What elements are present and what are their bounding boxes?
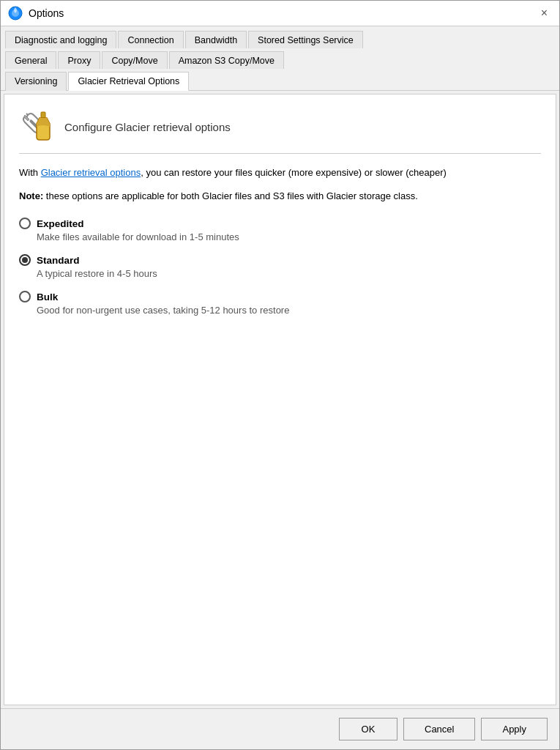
retrieval-options: Expedited Make files available for downl… xyxy=(19,218,541,327)
close-button[interactable]: × xyxy=(537,5,552,21)
section-header: Configure Glacier retrieval options xyxy=(19,109,541,154)
expedited-label: Expedited xyxy=(37,218,84,229)
note-label: Note: xyxy=(19,190,43,201)
tab-general[interactable]: General xyxy=(5,51,56,70)
tabs-row-2: General Proxy Copy/Move Amazon S3 Copy/M… xyxy=(1,48,559,69)
tab-versioning[interactable]: Versioning xyxy=(5,72,67,91)
radio-expedited[interactable] xyxy=(19,218,31,229)
title-bar-left: Options xyxy=(8,6,64,21)
section-title: Configure Glacier retrieval options xyxy=(64,121,231,133)
options-window: Options × Diagnostic and logging Connect… xyxy=(0,0,560,750)
tab-glacier[interactable]: Glacier Retrieval Options xyxy=(68,72,189,91)
tab-connection[interactable]: Connection xyxy=(118,31,183,49)
option-standard: Standard A typical restore in 4-5 hours xyxy=(19,254,541,286)
footer: OK Cancel Apply xyxy=(1,708,559,749)
tabs-row-1: Diagnostic and logging Connection Bandwi… xyxy=(1,26,559,48)
tab-stored-settings[interactable]: Stored Settings Service xyxy=(248,31,363,49)
ok-button[interactable]: OK xyxy=(339,718,397,740)
tab-amazon-s3[interactable]: Amazon S3 Copy/Move xyxy=(169,51,284,70)
radio-bulk[interactable] xyxy=(19,291,31,302)
tab-diagnostic[interactable]: Diagnostic and logging xyxy=(5,31,116,49)
description-suffix: , you can restore your files quicker (mo… xyxy=(141,167,447,178)
bulk-desc: Good for non-urgent use cases, taking 5-… xyxy=(37,305,541,316)
cancel-button[interactable]: Cancel xyxy=(403,718,475,740)
window-title: Options xyxy=(29,7,64,19)
expedited-desc: Make files available for download in 1-5… xyxy=(37,231,541,242)
note-body: these options are applicable for both Gl… xyxy=(43,190,418,201)
standard-label: Standard xyxy=(37,255,80,266)
tab-copy-move[interactable]: Copy/Move xyxy=(102,51,167,70)
bulk-row: Bulk xyxy=(19,291,541,302)
tools-icon xyxy=(19,109,54,144)
bulk-label: Bulk xyxy=(37,292,58,302)
glacier-options-link[interactable]: Glacier retrieval options xyxy=(41,167,141,178)
expedited-row: Expedited xyxy=(19,218,541,229)
standard-row: Standard xyxy=(19,254,541,266)
svg-rect-3 xyxy=(41,112,45,118)
tab-bandwidth[interactable]: Bandwidth xyxy=(185,31,247,49)
tabs-row-3: Versioning Glacier Retrieval Options xyxy=(1,69,559,91)
option-bulk: Bulk Good for non-urgent use cases, taki… xyxy=(19,291,541,323)
description-prefix: With xyxy=(19,167,41,178)
note: Note: these options are applicable for b… xyxy=(19,189,541,204)
radio-standard[interactable] xyxy=(19,254,31,266)
tab-proxy[interactable]: Proxy xyxy=(58,51,100,70)
title-bar: Options × xyxy=(1,1,559,26)
standard-desc: A typical restore in 4-5 hours xyxy=(37,268,541,279)
apply-button[interactable]: Apply xyxy=(481,718,548,740)
description: With Glacier retrieval options, you can … xyxy=(19,166,541,180)
radio-standard-inner xyxy=(22,257,28,263)
option-expedited: Expedited Make files available for downl… xyxy=(19,218,541,250)
app-icon xyxy=(8,6,23,21)
content-area: Configure Glacier retrieval options With… xyxy=(4,94,556,705)
